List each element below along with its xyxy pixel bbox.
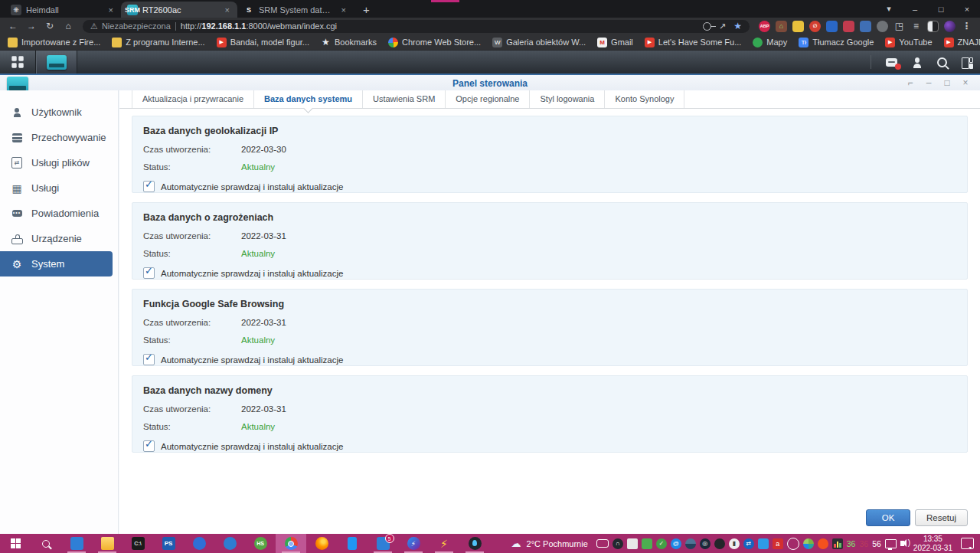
tray-power-icon[interactable] — [787, 538, 799, 550]
tab-srm-databases[interactable]: S SRM System databases out of da × — [237, 2, 354, 18]
weather-cloud-icon[interactable]: ☁ — [511, 538, 521, 549]
sidebar-item-przechowywanie[interactable]: Przechowywanie — [0, 125, 118, 150]
bookmark-item[interactable]: ▶ZNAJDŹKI na Franc... — [944, 38, 980, 47]
auto-update-checkbox[interactable]: ✓ — [143, 267, 155, 279]
browser-menu-kebab-icon[interactable]: ⋮ — [961, 21, 972, 32]
back-icon[interactable]: ← — [5, 19, 21, 33]
url-input[interactable]: ⚠ Niezabezpieczona http://192.168.1.1:80… — [83, 20, 750, 33]
cast-extension-icon[interactable] — [877, 21, 888, 32]
network-icon[interactable] — [885, 539, 897, 548]
bookmark-item[interactable]: ★Bookmarks — [321, 38, 377, 47]
taskbar-rainmeter[interactable] — [459, 534, 490, 553]
volume-icon[interactable] — [900, 541, 904, 546]
taskbar-cmd[interactable]: C:\ — [122, 534, 153, 553]
extensions-puzzle-icon[interactable]: ◳ — [893, 21, 905, 32]
tab-ustawienia-srm[interactable]: Ustawienia SRM — [363, 90, 446, 108]
taskbar-firefox[interactable] — [306, 534, 337, 553]
auto-update-checkbox[interactable]: ✓ — [143, 354, 155, 365]
tray-security-shield-icon[interactable] — [803, 538, 814, 549]
purple-extension-icon[interactable] — [944, 21, 956, 32]
tab-rt2600ac[interactable]: SRM RT2600ac × — [121, 2, 237, 18]
playlist-extension-icon[interactable]: ≡ — [910, 21, 922, 32]
sidebar-item-urzadzenie[interactable]: Urządzenie — [0, 226, 118, 251]
bookmark-item[interactable]: WGaleria obiektów W... — [492, 38, 586, 47]
tab-aktualizacja[interactable]: Aktualizacja i przywracanie — [132, 90, 254, 108]
notifications-button[interactable] — [879, 51, 904, 74]
shield-extension-icon[interactable] — [792, 21, 804, 32]
forward-icon[interactable]: → — [23, 19, 40, 33]
taskbar-search-button[interactable] — [31, 534, 61, 553]
tab-close-icon[interactable]: × — [107, 5, 115, 15]
bookmark-item[interactable]: ▶Let's Have Some Fu... — [645, 38, 741, 47]
ok-button[interactable]: OK — [866, 509, 910, 526]
maximize-button[interactable]: □ — [928, 0, 954, 18]
taskbar-your-phone[interactable] — [337, 534, 368, 553]
taskbar-file-explorer[interactable] — [92, 534, 122, 553]
bookmark-item[interactable]: ▶Bandai, model figur... — [217, 38, 309, 47]
tray-teamviewer-icon[interactable]: ⇄ — [743, 538, 754, 549]
search-button[interactable] — [929, 51, 955, 74]
panel-minimize-icon[interactable]: – — [923, 77, 934, 88]
tray-printer-icon[interactable] — [627, 538, 638, 549]
tray-half-circle-icon[interactable] — [685, 538, 696, 549]
not-secure-warning-icon[interactable]: ⚠ — [90, 21, 98, 31]
panel-close-icon[interactable]: × — [960, 77, 971, 88]
taskbar-chat-app[interactable] — [214, 534, 245, 553]
bookmark-folder[interactable]: Importowane z Fire... — [8, 38, 100, 47]
sidebar-item-uslugi-plikow[interactable]: ⇄ Usługi plików — [0, 150, 118, 175]
tray-blue-app-icon[interactable] — [758, 538, 769, 549]
tab-opcje-regionalne[interactable]: Opcje regionalne — [446, 90, 530, 108]
password-key-icon[interactable] — [703, 22, 711, 31]
taskbar-photos-app[interactable] — [61, 534, 92, 553]
tab-close-icon[interactable]: × — [224, 5, 231, 15]
mail-extension-icon[interactable] — [826, 21, 838, 32]
home-icon[interactable]: ⌂ — [60, 19, 77, 33]
auto-update-checkbox[interactable]: ✓ — [143, 181, 155, 192]
reset-button[interactable]: Resetuj — [915, 509, 968, 526]
blocker-extension-icon[interactable]: ∅ — [809, 21, 821, 32]
tray-headphones-icon[interactable]: ∩ — [612, 538, 623, 549]
main-menu-button[interactable] — [0, 51, 36, 74]
new-tab-button[interactable]: + — [354, 2, 379, 18]
home-extension-icon[interactable]: ⌂ — [776, 21, 787, 32]
bookmark-star-icon[interactable]: ★ — [733, 21, 742, 31]
bookmark-folder[interactable]: Z programu Interne... — [112, 38, 204, 47]
pin-icon[interactable]: ⌐ — [905, 77, 916, 88]
control-panel-task-button[interactable] — [36, 51, 77, 74]
close-button[interactable]: × — [954, 0, 980, 18]
taskbar-hs-app[interactable]: HS — [245, 534, 276, 553]
taskbar-mail[interactable]: 5 — [368, 534, 398, 553]
taskbar-pet-app[interactable] — [184, 534, 214, 553]
action-center-icon[interactable] — [961, 538, 974, 549]
tray-steam-icon[interactable]: ◎ — [700, 538, 710, 549]
tray-at-icon[interactable]: @ — [671, 538, 681, 549]
reload-icon[interactable]: ↻ — [41, 19, 58, 33]
start-button[interactable] — [0, 534, 31, 553]
sidebar-item-powiadomienia[interactable]: ••• Powiadomienia — [0, 201, 118, 226]
bookmark-item[interactable]: MGmail — [597, 38, 633, 47]
widgets-button[interactable] — [955, 51, 980, 74]
taskbar-messenger[interactable]: ⚡ — [398, 534, 429, 553]
red-extension-icon[interactable] — [843, 21, 854, 32]
bookmark-item[interactable]: Chrome Web Store... — [388, 38, 481, 47]
tab-search-icon[interactable]: ▾ — [876, 0, 902, 18]
taskbar-chrome[interactable] — [276, 534, 306, 553]
adblock-extension-icon[interactable]: ABP — [759, 21, 770, 32]
sidebar-item-uzytkownik[interactable]: Użytkownik — [0, 100, 118, 125]
tray-green-app-icon[interactable] — [642, 538, 652, 549]
tray-check-icon[interactable]: ✓ — [656, 538, 667, 549]
taskbar-powershell[interactable]: PS — [153, 534, 184, 553]
tab-close-icon[interactable]: × — [340, 5, 348, 15]
taskbar-clock[interactable]: 13:35 2022-03-31 — [913, 535, 952, 553]
taskbar-winamp[interactable]: ⚡ — [429, 534, 459, 553]
panel-maximize-icon[interactable]: □ — [942, 77, 952, 88]
bookmark-item[interactable]: TłTłumacz Google — [799, 38, 874, 47]
share-icon[interactable]: ↗ — [719, 21, 726, 31]
tab-heimdall[interactable]: ❋ Heimdall × — [5, 2, 121, 18]
tray-microphone-icon[interactable]: ▮ — [729, 538, 740, 549]
user-menu-button[interactable] — [904, 51, 929, 74]
tray-chat-icon[interactable] — [596, 539, 609, 548]
tray-monitor-chart-icon[interactable] — [832, 538, 843, 549]
minimize-button[interactable]: – — [902, 0, 928, 18]
tab-styl-logowania[interactable]: Styl logowania — [530, 90, 605, 108]
